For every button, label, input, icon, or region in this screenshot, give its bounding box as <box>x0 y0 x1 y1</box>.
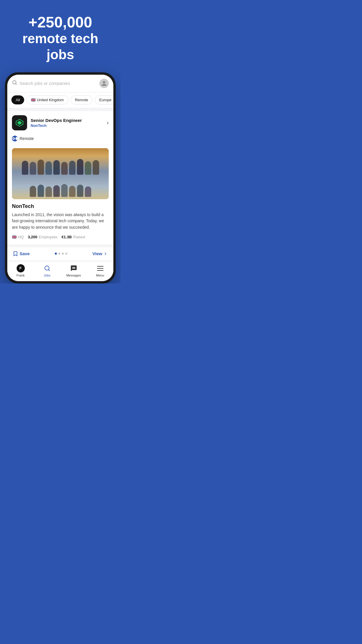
company-employees: 3,200 Employees <box>28 235 58 239</box>
company-stats: 🇬🇧 HQ 3,200 Employees €1.3B Raised <box>12 235 109 240</box>
user-avatar[interactable] <box>99 79 109 88</box>
search-placeholder-text: Search jobs or companies <box>20 81 70 86</box>
job-title: Senior DevOps Engineer <box>31 118 82 123</box>
messages-label: Messages <box>66 274 81 277</box>
chip-uk[interactable]: 🇬🇧United Kingdom <box>27 95 68 104</box>
nav-menu[interactable]: Menu <box>87 264 113 277</box>
chip-remote[interactable]: Remote <box>71 95 93 104</box>
jobs-label: Jobs <box>44 274 50 277</box>
menu-icon <box>96 264 104 272</box>
job-left: Senior DevOps Engineer NonTech <box>12 115 82 130</box>
job-card: Senior DevOps Engineer NonTech › Remote <box>7 111 113 244</box>
dot-3 <box>62 253 64 255</box>
svg-line-1 <box>15 84 16 85</box>
location-icon <box>12 136 18 141</box>
company-logo <box>12 115 27 130</box>
carousel-dots <box>55 253 67 255</box>
dot-4 <box>65 253 67 255</box>
messages-icon <box>70 264 78 272</box>
frank-avatar: F <box>17 264 25 272</box>
company-info: NonTech Launched in 2011, the vision was… <box>12 199 109 240</box>
phone-frame: Search jobs or companies All 🇬🇧United Ki… <box>5 72 116 284</box>
job-company-name: NonTech <box>31 123 82 128</box>
view-button[interactable]: View <box>92 251 108 256</box>
frank-initial: F <box>20 266 22 270</box>
employees-label: Employees <box>39 235 57 239</box>
uk-flag-icon: 🇬🇧 <box>31 98 36 102</box>
frank-label: Frank <box>16 274 24 277</box>
hq-label: HQ <box>18 235 24 239</box>
hero-section: +250,000 remote tech jobs <box>0 0 121 72</box>
dot-1 <box>55 253 57 255</box>
chip-europe[interactable]: Europe <box>95 95 113 104</box>
raised-amount: €1.3B <box>61 235 72 239</box>
job-info: Senior DevOps Engineer NonTech <box>31 118 82 128</box>
chevron-right-icon: › <box>107 119 109 126</box>
phone-screen: Search jobs or companies All 🇬🇧United Ki… <box>7 75 113 281</box>
jobs-icon <box>43 264 51 272</box>
save-label: Save <box>20 251 30 256</box>
company-photo <box>12 148 109 199</box>
hero-subtitle: remote tech jobs <box>7 31 114 63</box>
job-row[interactable]: Senior DevOps Engineer NonTech › <box>12 115 109 133</box>
raised-label: Raised <box>73 235 85 239</box>
nav-messages[interactable]: Messages <box>60 264 87 277</box>
search-bar: Search jobs or companies <box>7 75 113 92</box>
company-hq: 🇬🇧 HQ <box>12 235 24 239</box>
search-icon <box>12 80 17 87</box>
remote-badge: Remote <box>12 133 109 145</box>
svg-point-6 <box>13 138 14 139</box>
bottom-nav: F Frank Jobs Messages <box>7 261 113 281</box>
company-description: Launched in 2011, the vision was always … <box>12 212 109 231</box>
company-name-main: NonTech <box>12 203 109 209</box>
save-button[interactable]: Save <box>13 251 30 256</box>
menu-label: Menu <box>96 274 104 277</box>
svg-line-8 <box>48 270 50 271</box>
company-raised: €1.3B Raised <box>61 235 85 239</box>
search-input-area[interactable]: Search jobs or companies <box>12 80 99 87</box>
hero-title: +250,000 <box>7 14 114 31</box>
nav-frank[interactable]: F Frank <box>7 264 34 277</box>
view-label: View <box>92 251 102 256</box>
dot-2 <box>58 253 60 255</box>
employees-count: 3,200 <box>28 235 38 239</box>
nav-jobs[interactable]: Jobs <box>34 264 60 277</box>
job-location: Remote <box>20 136 34 141</box>
card-actions: Save View <box>7 247 113 260</box>
chip-all[interactable]: All <box>11 95 24 104</box>
filter-chips: All 🇬🇧United Kingdom Remote Europe <box>7 92 113 108</box>
hq-flag: 🇬🇧 <box>12 235 17 239</box>
